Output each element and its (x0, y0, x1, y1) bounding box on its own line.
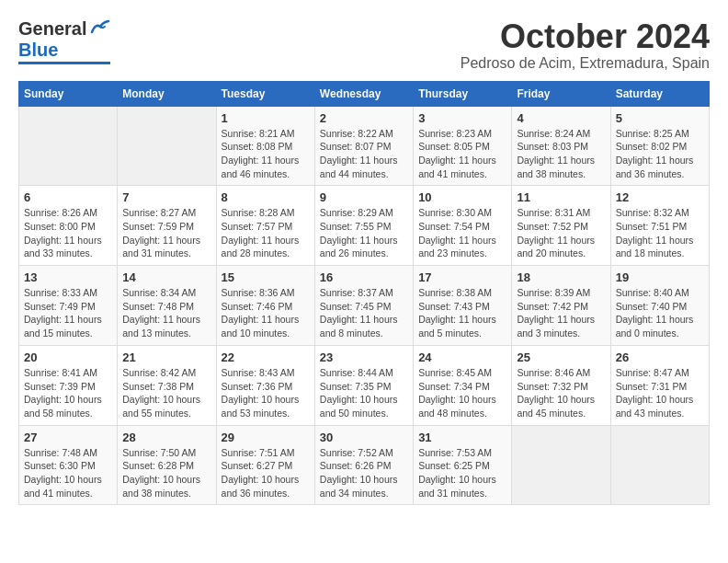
cell-week4-day5: 25Sunrise: 8:46 AMSunset: 7:32 PMDayligh… (512, 345, 610, 425)
cell-week1-day1 (118, 106, 216, 186)
week-row-3: 13Sunrise: 8:33 AMSunset: 7:49 PMDayligh… (19, 266, 710, 346)
cell-week2-day1: 7Sunrise: 8:27 AMSunset: 7:59 PMDaylight… (118, 186, 216, 266)
day-info: Sunrise: 8:42 AMSunset: 7:38 PMDaylight:… (122, 366, 210, 420)
cell-week5-day3: 30Sunrise: 7:52 AMSunset: 6:26 PMDayligh… (314, 425, 413, 505)
day-number: 21 (122, 350, 210, 364)
cell-week2-day3: 9Sunrise: 8:29 AMSunset: 7:55 PMDaylight… (314, 186, 413, 266)
day-info: Sunrise: 8:27 AMSunset: 7:59 PMDaylight:… (122, 206, 210, 260)
day-info: Sunrise: 7:52 AMSunset: 6:26 PMDaylight:… (320, 446, 408, 500)
header-monday: Monday (118, 81, 216, 106)
week-row-5: 27Sunrise: 7:48 AMSunset: 6:30 PMDayligh… (19, 425, 710, 505)
day-number: 26 (616, 350, 704, 364)
day-info: Sunrise: 7:53 AMSunset: 6:25 PMDaylight:… (418, 446, 506, 500)
day-info: Sunrise: 8:46 AMSunset: 7:32 PMDaylight:… (517, 366, 605, 420)
cell-week4-day1: 21Sunrise: 8:42 AMSunset: 7:38 PMDayligh… (118, 345, 216, 425)
day-info: Sunrise: 8:25 AMSunset: 8:02 PMDaylight:… (616, 127, 704, 181)
cell-week3-day2: 15Sunrise: 8:36 AMSunset: 7:46 PMDayligh… (216, 266, 314, 346)
header-wednesday: Wednesday (314, 81, 413, 106)
day-number: 16 (320, 270, 408, 284)
day-number: 4 (517, 111, 605, 125)
cell-week1-day6: 5Sunrise: 8:25 AMSunset: 8:02 PMDaylight… (610, 106, 709, 186)
logo: General Blue (18, 18, 110, 64)
cell-week2-day0: 6Sunrise: 8:26 AMSunset: 8:00 PMDaylight… (19, 186, 118, 266)
cell-week3-day1: 14Sunrise: 8:34 AMSunset: 7:48 PMDayligh… (118, 266, 216, 346)
day-info: Sunrise: 8:43 AMSunset: 7:36 PMDaylight:… (222, 366, 310, 420)
cell-week3-day3: 16Sunrise: 8:37 AMSunset: 7:45 PMDayligh… (314, 266, 413, 346)
day-number: 13 (24, 270, 112, 284)
week-row-4: 20Sunrise: 8:41 AMSunset: 7:39 PMDayligh… (19, 345, 710, 425)
day-info: Sunrise: 8:23 AMSunset: 8:05 PMDaylight:… (418, 127, 506, 181)
cell-week1-day5: 4Sunrise: 8:24 AMSunset: 8:03 PMDaylight… (512, 106, 610, 186)
header-tuesday: Tuesday (216, 81, 314, 106)
cell-week4-day2: 22Sunrise: 8:43 AMSunset: 7:36 PMDayligh… (216, 345, 314, 425)
cell-week5-day6 (610, 425, 709, 505)
header-sunday: Sunday (19, 81, 118, 106)
day-info: Sunrise: 8:44 AMSunset: 7:35 PMDaylight:… (320, 366, 408, 420)
day-number: 24 (418, 350, 506, 364)
cell-week4-day6: 26Sunrise: 8:47 AMSunset: 7:31 PMDayligh… (610, 345, 709, 425)
logo-general-text: General (18, 18, 86, 40)
weekday-header-row: Sunday Monday Tuesday Wednesday Thursday… (19, 81, 710, 106)
day-info: Sunrise: 8:30 AMSunset: 7:54 PMDaylight:… (418, 206, 506, 260)
month-title: October 2024 (461, 18, 710, 55)
day-info: Sunrise: 8:31 AMSunset: 7:52 PMDaylight:… (517, 206, 605, 260)
cell-week5-day1: 28Sunrise: 7:50 AMSunset: 6:28 PMDayligh… (118, 425, 216, 505)
day-number: 7 (122, 190, 210, 204)
cell-week2-day4: 10Sunrise: 8:30 AMSunset: 7:54 PMDayligh… (414, 186, 512, 266)
day-number: 18 (517, 270, 605, 284)
day-number: 30 (320, 431, 408, 444)
cell-week5-day0: 27Sunrise: 7:48 AMSunset: 6:30 PMDayligh… (19, 425, 118, 505)
day-number: 6 (24, 190, 112, 204)
cell-week1-day0 (19, 106, 118, 186)
day-info: Sunrise: 7:50 AMSunset: 6:28 PMDaylight:… (122, 446, 210, 500)
day-number: 15 (222, 270, 310, 284)
week-row-2: 6Sunrise: 8:26 AMSunset: 8:00 PMDaylight… (19, 186, 710, 266)
week-row-1: 1Sunrise: 8:21 AMSunset: 8:08 PMDaylight… (19, 106, 710, 186)
day-info: Sunrise: 8:32 AMSunset: 7:51 PMDaylight:… (616, 206, 704, 260)
day-info: Sunrise: 8:21 AMSunset: 8:08 PMDaylight:… (222, 127, 310, 181)
cell-week2-day2: 8Sunrise: 8:28 AMSunset: 7:57 PMDaylight… (216, 186, 314, 266)
day-number: 28 (122, 431, 210, 444)
day-info: Sunrise: 8:47 AMSunset: 7:31 PMDaylight:… (616, 366, 704, 420)
logo-blue-text: Blue (18, 40, 58, 61)
cell-week5-day5 (512, 425, 610, 505)
calendar-body: 1Sunrise: 8:21 AMSunset: 8:08 PMDaylight… (19, 106, 710, 505)
header-saturday: Saturday (610, 81, 709, 106)
day-info: Sunrise: 8:40 AMSunset: 7:40 PMDaylight:… (616, 286, 704, 340)
calendar-table: Sunday Monday Tuesday Wednesday Thursday… (18, 81, 710, 506)
day-number: 9 (320, 190, 408, 204)
day-info: Sunrise: 8:22 AMSunset: 8:07 PMDaylight:… (320, 127, 408, 181)
page-header: General Blue October 2024 Pedroso de Aci… (18, 18, 710, 72)
day-number: 5 (616, 111, 704, 125)
day-number: 2 (320, 111, 408, 125)
location: Pedroso de Acim, Extremadura, Spain (461, 55, 710, 72)
day-info: Sunrise: 8:37 AMSunset: 7:45 PMDaylight:… (320, 286, 408, 340)
day-number: 1 (222, 111, 310, 125)
header-friday: Friday (512, 81, 610, 106)
cell-week3-day0: 13Sunrise: 8:33 AMSunset: 7:49 PMDayligh… (19, 266, 118, 346)
day-number: 25 (517, 350, 605, 364)
day-number: 27 (24, 431, 112, 444)
day-info: Sunrise: 8:39 AMSunset: 7:42 PMDaylight:… (517, 286, 605, 340)
day-info: Sunrise: 7:48 AMSunset: 6:30 PMDaylight:… (24, 446, 112, 500)
day-number: 20 (24, 350, 112, 364)
cell-week1-day4: 3Sunrise: 8:23 AMSunset: 8:05 PMDaylight… (414, 106, 512, 186)
cell-week1-day2: 1Sunrise: 8:21 AMSunset: 8:08 PMDaylight… (216, 106, 314, 186)
cell-week4-day0: 20Sunrise: 8:41 AMSunset: 7:39 PMDayligh… (19, 345, 118, 425)
bird-icon (90, 19, 110, 36)
cell-week4-day3: 23Sunrise: 8:44 AMSunset: 7:35 PMDayligh… (314, 345, 413, 425)
day-number: 29 (222, 431, 310, 444)
day-number: 10 (418, 190, 506, 204)
day-number: 12 (616, 190, 704, 204)
day-number: 8 (222, 190, 310, 204)
day-number: 23 (320, 350, 408, 364)
day-number: 14 (122, 270, 210, 284)
day-info: Sunrise: 8:29 AMSunset: 7:55 PMDaylight:… (320, 206, 408, 260)
day-info: Sunrise: 8:45 AMSunset: 7:34 PMDaylight:… (418, 366, 506, 420)
day-number: 3 (418, 111, 506, 125)
day-number: 19 (616, 270, 704, 284)
day-info: Sunrise: 8:24 AMSunset: 8:03 PMDaylight:… (517, 127, 605, 181)
cell-week2-day5: 11Sunrise: 8:31 AMSunset: 7:52 PMDayligh… (512, 186, 610, 266)
calendar-header: Sunday Monday Tuesday Wednesday Thursday… (19, 81, 710, 106)
day-info: Sunrise: 8:41 AMSunset: 7:39 PMDaylight:… (24, 366, 112, 420)
